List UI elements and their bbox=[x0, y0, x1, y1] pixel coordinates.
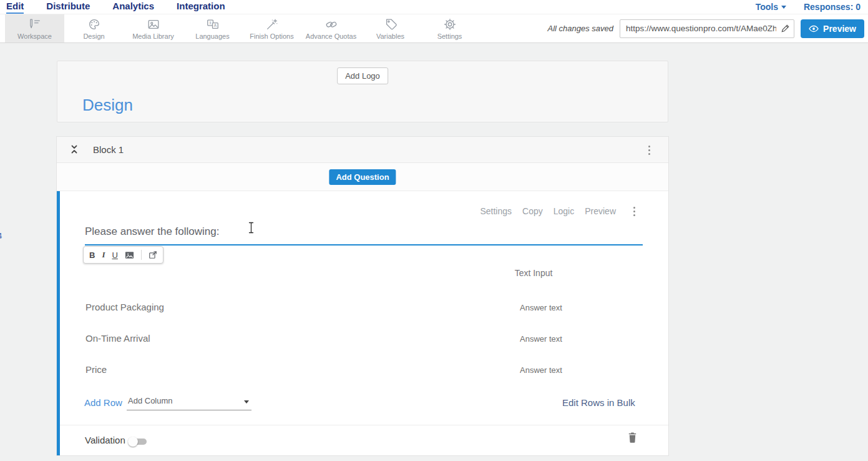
question-preview-link[interactable]: Preview bbox=[585, 206, 616, 216]
toolbar-item-label: Media Library bbox=[132, 32, 174, 40]
validation-label: Validation bbox=[85, 435, 125, 445]
media-library-icon bbox=[147, 17, 160, 31]
survey-url-input[interactable] bbox=[620, 19, 794, 38]
block-title[interactable]: Block 1 bbox=[93, 144, 124, 155]
app-window: Edit Distribute Analytics Integration To… bbox=[0, 0, 868, 461]
toolbar-item-label: Finish Options bbox=[250, 32, 293, 40]
italic-button[interactable]: I bbox=[102, 250, 105, 260]
column-header-text-input: Text Input bbox=[493, 268, 574, 278]
edit-url-pencil-icon[interactable] bbox=[781, 24, 790, 36]
nav-item-analytics[interactable]: Analytics bbox=[112, 0, 154, 14]
toolbar-item-finish-options[interactable]: Finish Options bbox=[242, 14, 301, 42]
add-logo-button[interactable]: Add Logo bbox=[337, 67, 388, 84]
add-question-button[interactable]: Add Question bbox=[329, 169, 396, 185]
editor-toolbar: Workspace Design Media Library x̄A Langu… bbox=[0, 14, 868, 43]
chevron-down-icon bbox=[244, 400, 249, 404]
toolbar-item-settings[interactable]: Settings bbox=[420, 14, 479, 42]
question-actions: Settings Copy Logic Preview bbox=[480, 206, 616, 216]
add-question-strip: Add Question bbox=[57, 163, 668, 191]
settings-icon bbox=[443, 17, 457, 31]
question-settings-link[interactable]: Settings bbox=[480, 206, 512, 216]
toolbar-item-label: Design bbox=[83, 32, 104, 40]
matrix-row-label[interactable]: On-Time Arrival bbox=[85, 333, 150, 344]
validation-toggle[interactable] bbox=[128, 436, 149, 447]
toolbar-item-label: Workspace bbox=[17, 32, 52, 40]
toolbar-items: Workspace Design Media Library x̄A Langu… bbox=[0, 14, 479, 42]
clipped-edge-fragment: 4 bbox=[0, 231, 2, 240]
top-nav: Edit Distribute Analytics Integration To… bbox=[0, 0, 868, 14]
chevron-down-icon bbox=[781, 6, 786, 9]
toolbar-item-label: Settings bbox=[437, 32, 462, 40]
question-menu-kebab-icon[interactable] bbox=[630, 206, 638, 217]
languages-icon: x̄A bbox=[206, 17, 220, 31]
question-copy-link[interactable]: Copy bbox=[522, 206, 543, 216]
nav-item-edit[interactable]: Edit bbox=[6, 0, 24, 14]
survey-url-wrap bbox=[620, 19, 794, 38]
toolbar-item-advance-quotas[interactable]: Advance Quotas bbox=[301, 14, 361, 42]
toolbar-item-media-library[interactable]: Media Library bbox=[124, 14, 183, 42]
svg-text:A: A bbox=[213, 23, 217, 27]
variables-icon bbox=[384, 17, 397, 31]
format-toolbar-divider bbox=[141, 250, 142, 260]
add-row-link[interactable]: Add Row bbox=[84, 397, 122, 408]
insert-link-icon[interactable] bbox=[149, 250, 157, 259]
question-title-focus-underline bbox=[85, 244, 643, 245]
advance-quotas-icon bbox=[324, 17, 338, 31]
answer-text-input[interactable] bbox=[520, 303, 626, 312]
text-format-toolbar: B I U bbox=[83, 246, 163, 264]
question-logic-link[interactable]: Logic bbox=[553, 206, 574, 216]
top-nav-menu: Edit Distribute Analytics Integration bbox=[0, 0, 225, 14]
responses-link[interactable]: Responses: 0 bbox=[804, 2, 861, 12]
toolbar-item-design[interactable]: Design bbox=[64, 14, 124, 42]
save-status: All changes saved bbox=[548, 24, 614, 33]
insert-image-icon[interactable] bbox=[125, 251, 134, 259]
add-column-select-value: Add Column bbox=[128, 396, 173, 405]
toolbar-item-workspace[interactable]: Workspace bbox=[5, 14, 64, 42]
block-menu-kebab-icon[interactable] bbox=[645, 144, 653, 156]
tools-menu-label: Tools bbox=[756, 2, 778, 12]
top-nav-right: Tools Responses: 0 bbox=[756, 2, 868, 12]
collapse-block-icon[interactable] bbox=[69, 143, 79, 158]
question-card: Settings Copy Logic Preview Please answe… bbox=[57, 191, 668, 455]
question-title-input[interactable]: Please answer the following: bbox=[85, 226, 219, 238]
design-header-card: Add Logo Design bbox=[57, 61, 668, 122]
nav-item-distribute[interactable]: Distribute bbox=[46, 0, 90, 14]
matrix-row-label[interactable]: Product Packaging bbox=[85, 302, 164, 312]
edit-rows-in-bulk-link[interactable]: Edit Rows in Bulk bbox=[562, 397, 635, 408]
finish-options-icon bbox=[265, 17, 279, 31]
answer-text-input[interactable] bbox=[520, 334, 626, 344]
toolbar-right: All changes saved Preview bbox=[548, 14, 868, 42]
matrix-row-label[interactable]: Price bbox=[85, 364, 107, 375]
underline-button[interactable]: U bbox=[112, 250, 117, 260]
design-icon bbox=[87, 17, 101, 31]
toolbar-item-languages[interactable]: x̄A Languages bbox=[183, 14, 242, 42]
question-selected-indicator bbox=[57, 191, 60, 455]
block-header: Block 1 bbox=[57, 137, 668, 163]
answer-text-input[interactable] bbox=[520, 365, 626, 375]
toolbar-item-label: Languages bbox=[195, 32, 229, 40]
preview-button[interactable]: Preview bbox=[801, 19, 864, 38]
toggle-knob bbox=[128, 437, 138, 447]
bold-button[interactable]: B bbox=[89, 250, 95, 260]
toolbar-item-label: Advance Quotas bbox=[306, 32, 356, 40]
eye-icon bbox=[809, 25, 819, 32]
block-card: Block 1 Add Question Settings Copy Logic… bbox=[57, 137, 668, 455]
tools-menu[interactable]: Tools bbox=[756, 2, 786, 12]
toolbar-item-label: Variables bbox=[376, 32, 404, 40]
delete-question-trash-icon[interactable] bbox=[628, 432, 637, 445]
add-column-select[interactable]: Add Column bbox=[127, 395, 251, 410]
preview-button-label: Preview bbox=[823, 24, 856, 34]
workspace-icon bbox=[28, 17, 42, 31]
text-cursor-ibeam bbox=[248, 222, 255, 236]
question-footer-divider bbox=[60, 425, 668, 425]
toolbar-item-variables[interactable]: Variables bbox=[361, 14, 420, 42]
svg-text:x̄: x̄ bbox=[209, 20, 212, 24]
nav-item-integration[interactable]: Integration bbox=[177, 0, 225, 14]
design-title[interactable]: Design bbox=[82, 96, 133, 115]
